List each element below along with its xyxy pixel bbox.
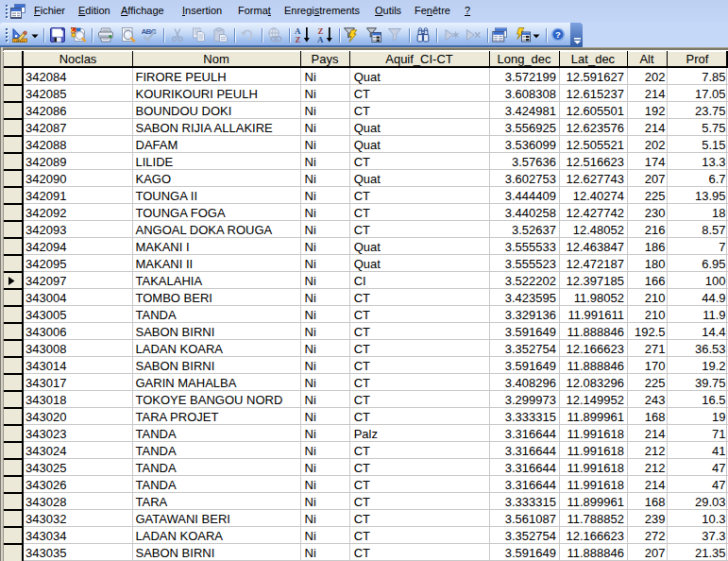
- svg-text:Z: Z: [296, 35, 301, 43]
- svg-text:?: ?: [555, 29, 561, 40]
- svg-text:A: A: [317, 35, 324, 43]
